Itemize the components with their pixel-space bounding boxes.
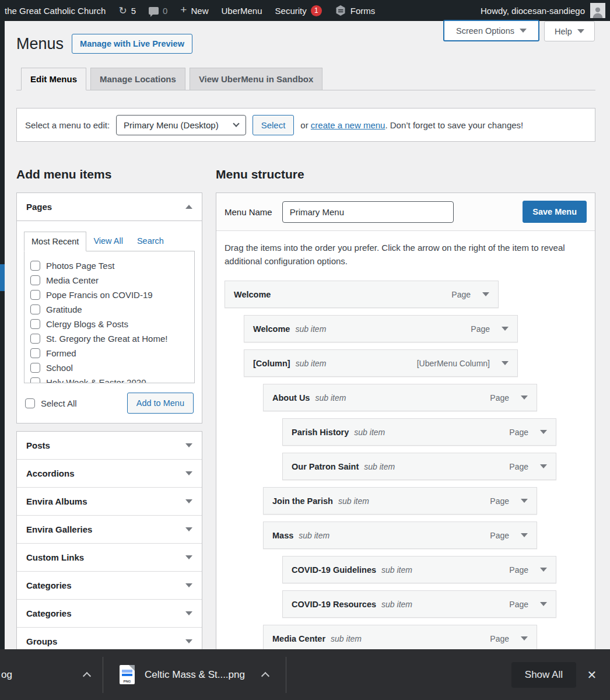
accordion-label: Posts bbox=[26, 440, 50, 450]
help-toggle[interactable]: Help bbox=[544, 21, 595, 41]
page-checkbox-row: St. Gregory the Great at Home! bbox=[30, 331, 188, 346]
accordion-posts[interactable]: Posts bbox=[17, 432, 202, 459]
page-checkbox-row: Media Center bbox=[30, 273, 188, 288]
close-icon[interactable]: ✕ bbox=[585, 668, 599, 682]
item-expand-arrow-icon[interactable] bbox=[540, 464, 547, 468]
howdy-account-link[interactable]: Howdy, diocesan-sandiego bbox=[481, 6, 585, 16]
menu-item-covid-guidelines[interactable]: COVID-19 Guidelinessub item Page bbox=[282, 556, 556, 583]
accordion-envira-albums[interactable]: Envira Albums bbox=[17, 487, 202, 515]
show-all-downloads-button[interactable]: Show All bbox=[511, 662, 576, 688]
admin-bar-ubermenu[interactable]: UberMenu bbox=[215, 0, 268, 21]
page-checkbox-row: Holy Week & Easter 2020 bbox=[30, 375, 188, 383]
expand-arrow-icon bbox=[185, 471, 192, 475]
checkbox[interactable] bbox=[30, 261, 40, 271]
chevron-up-icon[interactable] bbox=[261, 672, 269, 680]
save-menu-button[interactable]: Save Menu bbox=[523, 201, 587, 223]
item-expand-arrow-icon[interactable] bbox=[540, 430, 547, 434]
menu-select-dropdown[interactable]: Primary Menu (Desktop) bbox=[116, 115, 246, 135]
avatar[interactable] bbox=[590, 3, 605, 18]
menu-item-subitem-label: sub item bbox=[381, 600, 412, 609]
item-expand-arrow-icon[interactable] bbox=[482, 292, 489, 296]
accordion-categories[interactable]: Categories bbox=[17, 571, 202, 599]
pages-tab-bar: Most Recent View All Search bbox=[24, 232, 195, 251]
admin-bar-security[interactable]: Security 1 bbox=[269, 0, 328, 21]
menu-item-column[interactable]: [Column]sub item [UberMenu Column] bbox=[244, 349, 518, 377]
menu-item-our-patron-saint[interactable]: Our Patron Saintsub item Page bbox=[282, 453, 556, 480]
person-icon bbox=[591, 5, 604, 18]
create-new-menu-link[interactable]: create a new menu bbox=[311, 120, 385, 130]
screen-options-toggle[interactable]: Screen Options bbox=[443, 20, 539, 41]
menu-item-parish-history[interactable]: Parish Historysub item Page bbox=[282, 418, 556, 446]
accordion-label: Groups bbox=[26, 636, 57, 646]
checkbox[interactable] bbox=[30, 334, 40, 344]
menu-item-type: Page bbox=[509, 462, 528, 471]
item-expand-arrow-icon[interactable] bbox=[502, 327, 509, 331]
item-expand-arrow-icon[interactable] bbox=[521, 396, 528, 400]
tab-search[interactable]: Search bbox=[130, 232, 171, 251]
accordion-accordions[interactable]: Accordions bbox=[17, 459, 202, 487]
tab-edit-menus[interactable]: Edit Menus bbox=[21, 68, 86, 90]
menu-item-type: Page bbox=[490, 496, 509, 506]
tab-most-recent[interactable]: Most Recent bbox=[24, 232, 86, 251]
checkbox[interactable] bbox=[30, 348, 40, 358]
menu-name-row: Menu Name Save Menu bbox=[216, 193, 595, 231]
menu-item-mass[interactable]: Masssub item Page bbox=[263, 522, 537, 549]
chevron-up-icon[interactable] bbox=[83, 672, 91, 680]
item-expand-arrow-icon[interactable] bbox=[540, 602, 547, 606]
admin-bar-comments[interactable]: 0 bbox=[142, 0, 174, 21]
updates-refresh-icon: ↻ bbox=[118, 5, 127, 16]
download-item[interactable]: PNG Celtic Mass & St....png bbox=[103, 657, 286, 693]
menu-item-subitem-label: sub item bbox=[381, 565, 412, 575]
chevron-down-icon bbox=[577, 29, 584, 33]
page-title: Menus bbox=[16, 35, 64, 53]
item-expand-arrow-icon[interactable] bbox=[521, 499, 528, 503]
accordion-categories-2[interactable]: Categories bbox=[17, 599, 202, 627]
tab-manage-locations[interactable]: Manage Locations bbox=[90, 68, 185, 90]
menu-name-input[interactable] bbox=[282, 201, 454, 223]
item-expand-arrow-icon[interactable] bbox=[521, 636, 528, 640]
menu-structure-heading: Menu structure bbox=[216, 167, 595, 181]
checkbox[interactable] bbox=[30, 377, 40, 383]
admin-bar-forms[interactable]: Forms bbox=[328, 0, 382, 21]
item-expand-arrow-icon[interactable] bbox=[502, 361, 509, 365]
manage-live-preview-button[interactable]: Manage with Live Preview bbox=[72, 34, 192, 54]
nav-tab-bar: Edit Menus Manage Locations View UberMen… bbox=[16, 68, 595, 90]
menus-admin-page: Menus Manage with Live Preview Edit Menu… bbox=[5, 21, 610, 649]
select-all-label: Select All bbox=[41, 398, 77, 408]
menu-item-media-center[interactable]: Media Centersub item Page bbox=[263, 625, 537, 649]
accordion-envira-galleries[interactable]: Envira Galleries bbox=[17, 515, 202, 543]
accordion-custom-links[interactable]: Custom Links bbox=[17, 543, 202, 571]
file-type-label: PNG bbox=[120, 680, 135, 683]
tab-view-all[interactable]: View All bbox=[86, 232, 130, 251]
checkbox[interactable] bbox=[30, 275, 40, 285]
menu-item-title: COVID-19 Guidelines bbox=[292, 565, 376, 575]
checkbox[interactable] bbox=[30, 319, 40, 329]
checkbox[interactable] bbox=[30, 363, 40, 373]
menu-item-about-us[interactable]: About Ussub item Page bbox=[263, 384, 537, 411]
accordion-groups[interactable]: Groups bbox=[17, 627, 202, 649]
menu-item-subitem-label: sub item bbox=[296, 359, 327, 368]
menu-item-type: Page bbox=[509, 428, 528, 437]
menu-item-covid-resources[interactable]: COVID-19 Resourcessub item Page bbox=[282, 590, 556, 618]
item-expand-arrow-icon[interactable] bbox=[540, 568, 547, 572]
checkbox[interactable] bbox=[30, 304, 40, 314]
menu-item-join-the-parish[interactable]: Join the Parishsub item Page bbox=[263, 487, 537, 514]
checkbox[interactable] bbox=[30, 290, 40, 300]
item-expand-arrow-icon[interactable] bbox=[521, 533, 528, 537]
site-name-label: the Great Catholic Church bbox=[5, 6, 106, 16]
menu-item-welcome-sub[interactable]: Welcomesub item Page bbox=[244, 315, 518, 342]
select-menu-button[interactable]: Select bbox=[253, 115, 295, 135]
select-all-checkbox[interactable] bbox=[25, 398, 35, 408]
pages-checkbox-list: Photos Page Test Media Center Pope Franc… bbox=[24, 251, 195, 383]
add-to-menu-button[interactable]: Add to Menu bbox=[127, 393, 194, 414]
tab-view-ubermenu-sandbox[interactable]: View UberMenu in Sandbox bbox=[190, 68, 322, 90]
download-item-truncated[interactable]: og bbox=[0, 657, 103, 693]
admin-bar-updates[interactable]: ↻ 5 bbox=[112, 0, 142, 21]
download-file-name: og bbox=[1, 669, 12, 681]
menu-item-subitem-label: sub item bbox=[331, 634, 362, 643]
menu-item-welcome[interactable]: Welcome Page bbox=[225, 281, 499, 308]
pages-panel-header[interactable]: Pages bbox=[17, 193, 202, 221]
admin-bar-site-name[interactable]: the Great Catholic Church bbox=[0, 0, 112, 21]
menu-item-title: About Us bbox=[272, 393, 310, 402]
admin-bar-new[interactable]: + New bbox=[174, 0, 215, 21]
